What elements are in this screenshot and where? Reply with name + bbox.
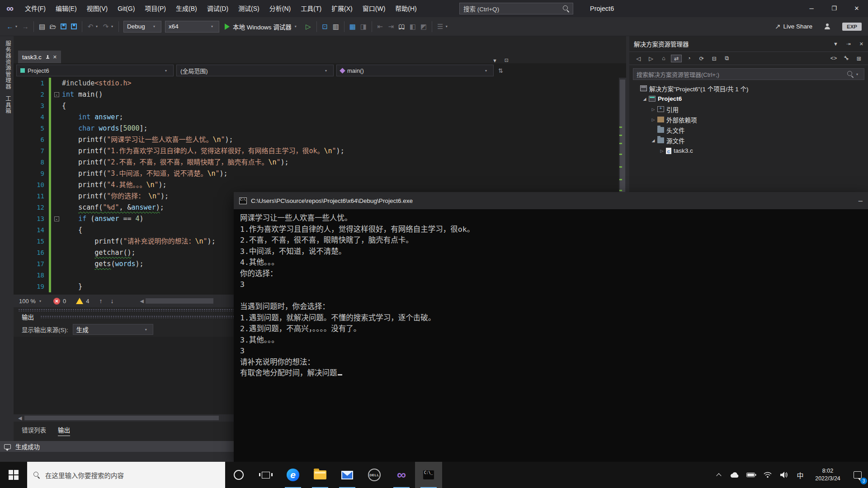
console-minimize-icon[interactable]: ─ [859, 197, 863, 204]
code-line-10[interactable]: 10 printf("4.其他。。。\n"); [14, 179, 626, 191]
tab-task3c[interactable]: task3.c ✕ [18, 51, 61, 63]
line-number[interactable]: 2 [14, 89, 49, 100]
menu-item-10[interactable]: 扩展(X) [326, 0, 358, 17]
document-outline-icon[interactable]: ▥ [330, 23, 341, 31]
refresh-icon[interactable]: ⟳ [696, 55, 707, 62]
solution-platform-icon[interactable]: ⊡ [320, 23, 330, 31]
line-number[interactable]: 11 [14, 191, 49, 202]
start-debugging-button[interactable]: 本地 Windows 调试器 ▾ [225, 22, 299, 31]
line-number[interactable]: 18 [14, 270, 49, 281]
tab-close-icon[interactable]: ✕ [53, 54, 57, 60]
save-all-icon[interactable] [71, 23, 77, 29]
line-number[interactable]: 8 [14, 157, 49, 168]
solution-explorer-header[interactable]: 解决方案资源管理器 ▼ 📌︎ ✕ [629, 36, 868, 52]
line-number[interactable]: 6 [14, 134, 49, 145]
tab-error-list[interactable]: 错误列表 [22, 425, 46, 436]
panel-menu-caret-icon[interactable]: ▼ [833, 41, 838, 47]
tree-item-5[interactable]: ◢源文件 [629, 135, 868, 145]
tree-expander-icon[interactable]: ◢ [650, 138, 656, 143]
solution-explorer-search[interactable]: 搜索解决方案资源管理器(Ctrl+;) ▾ [633, 68, 864, 80]
maximize-button[interactable]: ❐ [823, 0, 845, 17]
tree-item-3[interactable]: ▷外部依赖项 [629, 114, 868, 125]
switch-views-icon[interactable]: ⇄ [671, 55, 682, 62]
platform-dropdown[interactable]: x64▾ [165, 21, 219, 33]
code-line-1[interactable]: 1#include<stdio.h> [14, 78, 626, 89]
menu-item-12[interactable]: 帮助(H) [390, 0, 421, 17]
console-output[interactable]: 网课学习让一些人欢喜一些人忧。1.作为喜欢学习且自律的人，觉得这样很好，有网络自… [234, 209, 868, 379]
code-line-5[interactable]: 5 char words[5000]; [14, 123, 626, 134]
project-dropdown[interactable]: Project6 ▾ [16, 65, 174, 76]
line-number[interactable]: 1 [14, 78, 49, 89]
nav-back-icon[interactable]: ← [5, 23, 15, 30]
scrollbar-thumb[interactable] [620, 80, 625, 192]
tree-expander-icon[interactable]: ◢ [642, 97, 648, 101]
file-explorer-button[interactable] [307, 462, 334, 488]
active-files-dropdown-icon[interactable]: ▼ [492, 58, 497, 63]
line-number[interactable]: 13 [14, 213, 49, 225]
menu-item-8[interactable]: 分析(N) [264, 0, 296, 17]
warning-count[interactable]: 4 [86, 298, 89, 305]
watch-icon[interactable]: ◨ [358, 23, 369, 31]
se-forward-icon[interactable]: ▷ [646, 55, 656, 62]
pin-icon[interactable] [46, 55, 50, 59]
toolbox-tab[interactable]: 工具箱 [4, 96, 12, 114]
console-taskbar-button[interactable]: C:\_ [415, 462, 442, 488]
line-number[interactable]: 4 [14, 112, 49, 123]
tree-item-0[interactable]: 解决方案"Project6"(1 个项目/共 1 个) [629, 83, 868, 94]
menu-item-9[interactable]: 工具(T) [296, 0, 326, 17]
tree-expander-icon[interactable]: ▷ [650, 107, 656, 112]
undo-caret-icon[interactable]: ▾ [96, 24, 100, 28]
properties-icon[interactable]: 🔧︎ [841, 55, 852, 61]
code-line-7[interactable]: 7 printf("1.作为喜欢学习且自律的人，觉得这样很好，有网络自主学习，很… [14, 145, 626, 157]
indent-decrease-icon[interactable]: ⇤ [375, 23, 386, 31]
uncomment-icon[interactable]: ◩ [418, 23, 429, 31]
line-number[interactable]: 15 [14, 236, 49, 247]
new-project-icon[interactable]: ▤ [37, 23, 47, 31]
line-number[interactable]: 16 [14, 247, 49, 258]
menu-item-3[interactable]: Git(G) [113, 0, 140, 17]
pin-panel-icon[interactable]: 📌︎ [845, 40, 852, 47]
taskbar-search-box[interactable]: 在这里输入你要搜索的内容 [27, 462, 225, 488]
menu-item-0[interactable]: 文件(F) [20, 0, 51, 17]
line-number[interactable]: 17 [14, 258, 49, 270]
error-count[interactable]: 0 [63, 298, 66, 305]
undo-icon[interactable]: ↶ [85, 23, 96, 31]
open-file-icon[interactable]: 🗁 [47, 23, 58, 30]
preview-icon[interactable]: ⊞ [854, 55, 864, 62]
cortana-button[interactable] [225, 462, 252, 488]
visual-studio-button[interactable]: ∞ [388, 462, 415, 488]
server-explorer-tab[interactable]: 服务器资源管理器 [4, 41, 12, 89]
nav-back-caret-icon[interactable]: ▾ [15, 24, 20, 28]
quick-search-box[interactable]: 搜索 (Ctrl+Q) [459, 3, 573, 14]
scroll-left-icon[interactable]: ◀ [140, 298, 143, 304]
start-button[interactable] [0, 462, 27, 488]
code-line-6[interactable]: 6 printf("网课学习让一些人欢喜一些人忧。\n"); [14, 134, 626, 145]
menu-item-11[interactable]: 窗口(W) [358, 0, 391, 17]
line-number[interactable]: 14 [14, 225, 49, 236]
battery-button[interactable] [743, 462, 760, 488]
code-line-4[interactable]: 4 int answer; [14, 112, 626, 123]
tree-item-1[interactable]: ◢Project6 [629, 94, 868, 104]
close-button[interactable]: ✕ [845, 0, 868, 17]
sync-active-document-icon[interactable]: ⧉ [722, 55, 732, 62]
toolbar-options-caret-icon[interactable]: ▾ [446, 24, 450, 28]
ime-indicator[interactable]: 中 [792, 462, 808, 488]
dell-button[interactable]: DELL [361, 462, 388, 488]
output-scrollbar-thumb[interactable] [24, 416, 219, 420]
code-line-8[interactable]: 8 printf("2.不喜，不喜，很不喜，眼睛快瞎了，脑壳有点卡。\n"); [14, 157, 626, 168]
tree-item-6[interactable]: ▷task3.c [629, 145, 868, 156]
output-scroll-left-icon[interactable]: ◀ [18, 415, 22, 421]
tree-expander-icon[interactable]: ▷ [650, 117, 656, 122]
home-icon[interactable]: ⌂ [658, 55, 669, 61]
code-view-icon[interactable]: <> [828, 55, 839, 61]
menu-item-4[interactable]: 项目(P) [140, 0, 171, 17]
line-number[interactable]: 3 [14, 100, 49, 112]
onedrive-button[interactable] [727, 462, 743, 488]
tree-item-2[interactable]: ▷引用 [629, 104, 868, 114]
pending-changes-icon[interactable]: ◔ [684, 55, 694, 61]
function-dropdown[interactable]: main() ▾ [336, 65, 494, 76]
float-window-icon[interactable]: ⊡ [505, 57, 509, 63]
fold-collapse-icon[interactable]: - [51, 89, 62, 100]
feedback-icon[interactable] [824, 23, 830, 30]
code-line-9[interactable]: 9 printf("3.中间派，不知道，说不清楚。\n"); [14, 168, 626, 179]
